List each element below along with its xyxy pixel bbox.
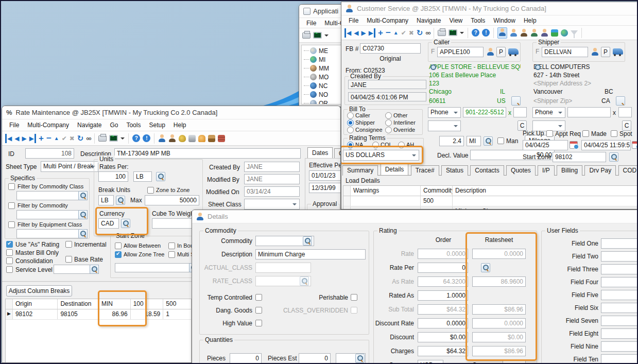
- discount-order-field[interactable]: $0.00: [418, 332, 468, 342]
- sheet-type-select[interactable]: Multi Point / Break: [41, 161, 98, 172]
- application-titlebar[interactable]: Applicati: [299, 5, 347, 18]
- col-commodity[interactable]: Commodity: [421, 186, 453, 196]
- monitor-icon[interactable]: [109, 135, 118, 142]
- rate-per-order-field[interactable]: 0: [418, 263, 468, 273]
- up-icon[interactable]: ▲: [393, 28, 399, 38]
- search-icon[interactable]: oo: [425, 30, 430, 36]
- shipper-code-field[interactable]: DELLVAN: [542, 47, 588, 57]
- multi-start-checkbox[interactable]: [168, 251, 175, 258]
- col-warnings[interactable]: Warnings: [351, 186, 421, 196]
- filter-icon[interactable]: [571, 30, 578, 35]
- tab-billing[interactable]: Billing: [557, 165, 582, 176]
- cancel-icon[interactable]: ✖: [70, 134, 75, 143]
- description-field[interactable]: Minimum Charge: [255, 249, 366, 259]
- tab-dates[interactable]: Dates: [307, 147, 333, 159]
- nav-first-icon[interactable]: ◀: [344, 28, 351, 38]
- fb-field[interactable]: C02730: [360, 43, 421, 54]
- chevron-down-icon[interactable]: [324, 34, 329, 39]
- filter-equipment-class-checkbox[interactable]: [8, 221, 15, 228]
- signpost-icon[interactable]: [551, 29, 558, 37]
- field-eight-input[interactable]: [601, 328, 638, 339]
- menu-navigate[interactable]: Navigate: [73, 122, 106, 129]
- tab-trace[interactable]: Trace#: [411, 165, 439, 176]
- tab-con[interactable]: Con: [334, 148, 341, 159]
- info-icon[interactable]: !: [482, 29, 490, 37]
- terms-na-radio[interactable]: [347, 142, 354, 148]
- caller-ext-field[interactable]: [513, 107, 527, 117]
- effective-to-field[interactable]: 12/31/99: [309, 183, 341, 193]
- menu-navigate[interactable]: Navigate: [412, 17, 445, 24]
- use-as-rating-checkbox[interactable]: [6, 241, 13, 248]
- start-zone-field[interactable]: 98102: [553, 152, 606, 162]
- pieces-field[interactable]: 0: [230, 353, 262, 363]
- caller-phone-field[interactable]: 901-222-5512: [463, 107, 506, 117]
- help-icon[interactable]: ?: [472, 29, 479, 37]
- col-description[interactable]: Description: [453, 186, 638, 196]
- description-field[interactable]: TM-173049 MP MB: [114, 148, 301, 159]
- shipper-person-icon[interactable]: [591, 48, 599, 56]
- field-four-input[interactable]: [601, 277, 638, 287]
- shipper-van-icon[interactable]: [613, 48, 623, 55]
- lookup-icon[interactable]: [121, 219, 130, 228]
- menu-file[interactable]: File: [302, 20, 320, 27]
- filter-commodity-checkbox[interactable]: [8, 202, 15, 209]
- max-field[interactable]: 50000: [145, 195, 199, 205]
- menu-window[interactable]: Window: [489, 17, 520, 24]
- terms-ah-radio[interactable]: [398, 142, 405, 148]
- caller-p-button[interactable]: P: [496, 47, 506, 57]
- monitor-icon[interactable]: [449, 29, 457, 36]
- tab-cod[interactable]: COD: [618, 165, 638, 176]
- consolidation-checkbox[interactable]: [6, 257, 13, 264]
- help-icon[interactable]: ?: [132, 134, 140, 142]
- info-icon[interactable]: !: [143, 134, 150, 142]
- tab-status[interactable]: Status: [441, 165, 468, 176]
- base-rate-checkbox[interactable]: [65, 256, 72, 263]
- rates-per-field[interactable]: 100: [98, 171, 128, 182]
- workstation-icon[interactable]: [510, 29, 518, 37]
- terms-col-radio[interactable]: [372, 142, 379, 148]
- temp-controlled-checkbox[interactable]: [255, 294, 262, 301]
- lookup-icon[interactable]: [616, 96, 625, 106]
- contact-icon[interactable]: [530, 29, 538, 37]
- lookup-icon[interactable]: [609, 152, 618, 162]
- cancel-icon[interactable]: ✖: [409, 28, 414, 38]
- details-titlebar[interactable]: Details: [192, 210, 638, 223]
- menu-help[interactable]: Help: [169, 122, 191, 129]
- field-five-input[interactable]: [601, 290, 638, 300]
- field-one-input[interactable]: [601, 238, 638, 249]
- bill-to-shipper-radio[interactable]: [347, 119, 354, 126]
- menu-go[interactable]: Go: [106, 122, 122, 129]
- lookup-icon[interactable]: [481, 263, 490, 272]
- tab-ip[interactable]: I/P: [538, 165, 555, 176]
- customer-icon[interactable]: [497, 27, 507, 39]
- lookup-icon[interactable]: [511, 96, 521, 106]
- dang-goods-checkbox[interactable]: [255, 307, 262, 314]
- sheet-class-select[interactable]: [244, 199, 300, 210]
- zone-to-zone-checkbox[interactable]: [147, 187, 154, 194]
- filter-equipment-class-field[interactable]: [16, 229, 88, 238]
- tree-item[interactable]: NC: [302, 81, 347, 90]
- nav-prev-icon[interactable]: ◀: [14, 134, 19, 143]
- pickup-by-date-field[interactable]: 04/04/25 11:59:5: [581, 140, 631, 150]
- lookup-icon[interactable]: [303, 236, 312, 246]
- allow-between-checkbox[interactable]: [115, 242, 122, 249]
- currency-sheet-field[interactable]: [503, 360, 526, 364]
- distance-unit-field[interactable]: MI: [467, 136, 481, 146]
- chest-icon[interactable]: [208, 135, 215, 142]
- refresh-icon[interactable]: ↻: [417, 28, 423, 38]
- filter-commodity-field[interactable]: [16, 210, 88, 219]
- wall-icon[interactable]: [218, 135, 225, 142]
- field-seven-input[interactable]: [601, 316, 638, 326]
- bill-to-other-radio[interactable]: [385, 112, 392, 119]
- menu-file[interactable]: File: [5, 122, 23, 129]
- col-100[interactable]: 100: [131, 299, 164, 309]
- currency-order-field[interactable]: USD: [418, 360, 443, 364]
- customer-service-titlebar[interactable]: Customer Service @ JB25X [TMWIN - My Tru…: [341, 2, 638, 15]
- lookup-icon[interactable]: [78, 191, 88, 200]
- commit-icon[interactable]: ✔: [401, 28, 406, 38]
- remove-icon[interactable]: −: [386, 28, 391, 38]
- incremental-checkbox[interactable]: [65, 241, 72, 248]
- rates-per-unit-field[interactable]: LB: [133, 171, 152, 182]
- lookup-icon[interactable]: [90, 265, 99, 274]
- lookup-icon[interactable]: [78, 210, 88, 219]
